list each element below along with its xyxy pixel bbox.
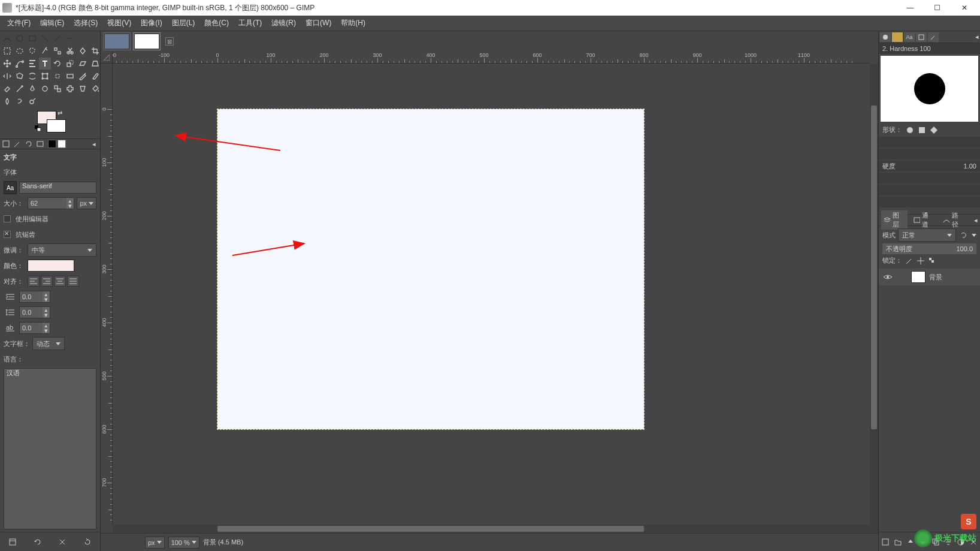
tool-blur[interactable] — [1, 95, 13, 107]
menu-edit[interactable]: 编辑(E) — [35, 16, 69, 31]
image-tab-close[interactable]: ⊠ — [165, 37, 174, 46]
tool-align[interactable] — [26, 58, 38, 70]
tool-eraser[interactable] — [1, 83, 13, 95]
delete-options-icon[interactable] — [57, 537, 68, 547]
menu-help[interactable]: 帮助(H) — [336, 16, 370, 31]
unit-select[interactable]: px — [145, 537, 165, 549]
tool-cage[interactable] — [14, 70, 26, 82]
background-color[interactable] — [47, 119, 66, 133]
tab-history-icon[interactable] — [24, 139, 34, 149]
shape-circle-icon[interactable] — [906, 126, 914, 134]
tool-scale[interactable] — [64, 58, 76, 70]
history-tab[interactable] — [916, 32, 927, 42]
text-color-field[interactable] — [28, 260, 74, 272]
reset-options-icon[interactable] — [82, 537, 93, 547]
menu-color[interactable]: 颜色(C) — [199, 16, 234, 31]
tool-flip[interactable] — [1, 70, 13, 82]
tool-rotate[interactable] — [52, 58, 63, 70]
tool-handle-transform[interactable] — [52, 70, 63, 82]
tool-free-select[interactable] — [26, 45, 38, 57]
maximize-button[interactable]: ☐ — [924, 0, 951, 16]
tool-paths[interactable] — [14, 58, 26, 70]
tool-fuzzy-select[interactable] — [39, 45, 51, 57]
fonts-tab[interactable]: Aa — [904, 32, 915, 42]
reset-colors-icon[interactable] — [35, 125, 41, 131]
use-editor-check[interactable]: 使用编辑器 — [4, 212, 96, 225]
brush-aspect-slider[interactable] — [879, 173, 980, 183]
tool-heal[interactable] — [64, 83, 76, 95]
brush-spacing-slider[interactable] — [879, 197, 980, 207]
canvas[interactable] — [217, 109, 644, 429]
tool-shear[interactable] — [77, 58, 89, 70]
tool-pencil[interactable] — [77, 70, 89, 82]
antialias-check[interactable]: 抗锯齿 — [4, 228, 96, 241]
image-tab-1[interactable] — [103, 32, 131, 50]
tab-device-icon[interactable] — [13, 139, 22, 149]
tab-images-icon[interactable] — [35, 139, 45, 149]
align-left-button[interactable] — [28, 276, 40, 287]
tool-clone[interactable] — [52, 83, 63, 95]
tool-smudge[interactable] — [14, 95, 26, 107]
visibility-icon[interactable] — [882, 272, 893, 282]
tool-ellipse-select[interactable] — [14, 45, 26, 57]
tool-gradient[interactable] — [64, 70, 76, 82]
tab-tool-options[interactable] — [1, 139, 11, 149]
close-button[interactable]: ✕ — [951, 0, 978, 16]
tool-dodge[interactable] — [26, 95, 38, 107]
tool-scissors[interactable] — [64, 45, 76, 57]
line-spacing-input[interactable]: 0.0▴▾ — [19, 306, 50, 318]
layer-group-icon[interactable] — [894, 538, 902, 546]
vertical-ruler[interactable]: 0100200300400500600700 — [101, 64, 113, 525]
mini-swatch-black[interactable] — [48, 140, 56, 148]
menu-tools[interactable]: 工具(T) — [234, 16, 267, 31]
tool-unified-transform[interactable] — [39, 70, 51, 82]
tool-rect-select[interactable] — [1, 45, 13, 57]
patterns-tab[interactable] — [892, 32, 903, 42]
font-input[interactable]: Sans-serif — [19, 182, 96, 194]
opacity-slider[interactable]: 不透明度 100.0 ▴▾ — [882, 243, 976, 254]
tool-crop[interactable] — [89, 45, 101, 57]
tool-airbrush[interactable] — [14, 83, 26, 95]
align-center-button[interactable] — [54, 276, 66, 287]
mode-select[interactable]: 正常 — [898, 228, 956, 242]
language-input[interactable]: 汉语 — [4, 368, 96, 529]
tool-move[interactable] — [1, 58, 13, 70]
brushes-tab[interactable] — [880, 32, 891, 42]
save-options-icon[interactable] — [7, 537, 18, 547]
tool-foreground-select[interactable] — [77, 45, 89, 57]
indent-input[interactable]: 0.0▴▾ — [19, 291, 50, 303]
brush-preview[interactable] — [881, 56, 978, 122]
zoom-select[interactable]: 100 % — [168, 537, 199, 549]
menu-filter[interactable]: 滤镜(R) — [267, 16, 301, 31]
menu-layer[interactable]: 图层(L) — [167, 16, 200, 31]
ruler-origin[interactable] — [101, 52, 113, 64]
menu-image[interactable]: 图像(I) — [136, 16, 167, 31]
lock-pixel-icon[interactable] — [905, 257, 914, 265]
align-fill-button[interactable] — [67, 276, 79, 287]
tool-color-select[interactable] — [52, 45, 63, 57]
tool-perspective[interactable] — [89, 58, 101, 70]
paint-tab[interactable] — [928, 32, 939, 42]
layer-row[interactable]: 背景 — [879, 269, 980, 285]
tool-bucket[interactable] — [89, 83, 101, 95]
size-input[interactable]: 62▴▾ — [28, 197, 74, 209]
mini-swatch-white[interactable] — [58, 140, 66, 148]
menu-view[interactable]: 视图(V) — [102, 16, 136, 31]
menu-file[interactable]: 文件(F) — [2, 16, 35, 31]
menu-select[interactable]: 选择(S) — [69, 16, 102, 31]
lock-position-icon[interactable] — [917, 257, 925, 265]
mode-extra-icon[interactable] — [972, 234, 976, 237]
brush-angle-slider[interactable] — [879, 185, 980, 195]
raise-layer-icon[interactable] — [906, 538, 915, 546]
dock-menu-icon[interactable]: ◂ — [974, 216, 978, 224]
horizontal-ruler[interactable]: -200-10001002003004005006007008009001000… — [113, 52, 870, 64]
size-unit-select[interactable]: px — [77, 197, 96, 209]
tool-perspective-clone[interactable] — [77, 83, 89, 95]
textbox-select[interactable]: 动态 — [32, 337, 65, 350]
tool-text[interactable] — [39, 58, 51, 70]
minimize-button[interactable]: ― — [897, 0, 924, 16]
layer-name[interactable]: 背景 — [929, 273, 942, 282]
tool-warp[interactable] — [26, 70, 38, 82]
shape-diamond-icon[interactable] — [930, 126, 938, 134]
lock-alpha-icon[interactable] — [928, 257, 936, 265]
